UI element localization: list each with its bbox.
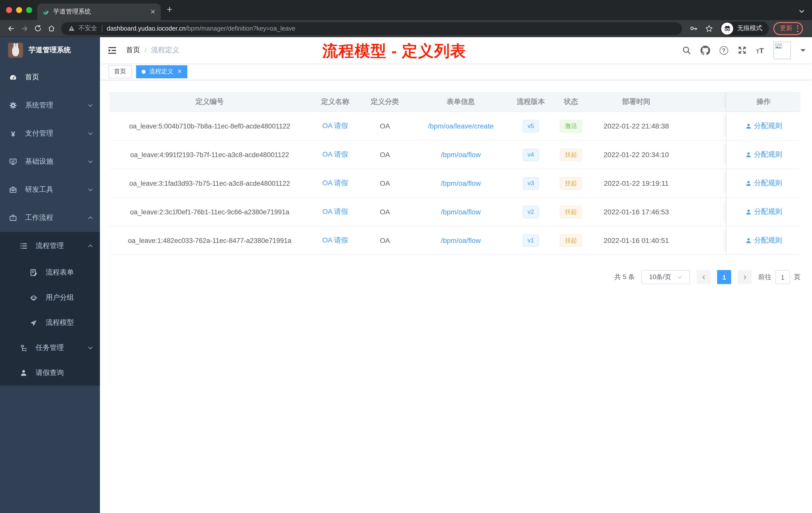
page-size-select[interactable]: 10条/页	[641, 270, 690, 284]
assign-rule-button[interactable]: 分配规则	[745, 121, 782, 130]
version-badge: v2	[522, 206, 539, 218]
total-count-label: 共 5 条	[614, 273, 635, 281]
sidebar-item-process-form[interactable]: 流程表单	[0, 260, 100, 285]
search-icon[interactable]	[682, 46, 691, 55]
tree-icon	[20, 344, 28, 352]
browser-tab[interactable]: 芋道管理系统 ✕	[37, 3, 161, 20]
breadcrumb-home[interactable]: 首页	[126, 46, 140, 55]
definition-name-link[interactable]: OA 请假	[322, 121, 348, 130]
workflow-submenu: 流程管理 流程表单 用户分组	[0, 232, 100, 386]
tag-close-icon[interactable]: ✕	[177, 68, 182, 75]
definition-name-link[interactable]: OA 请假	[322, 207, 348, 216]
sidebar-item-leave-query[interactable]: 请假查询	[0, 360, 100, 386]
minimize-window-button[interactable]	[16, 7, 22, 13]
table-header: 定义编号 定义名称 定义分类 表单信息 流程版本 状态 部署时间 操作	[110, 92, 801, 112]
top-navbar: 首页 / 流程定义 流程模型 - 定义列表 ? TT	[100, 37, 812, 63]
github-icon[interactable]	[700, 46, 710, 55]
sidebar-item-infrastructure[interactable]: 基础设施	[0, 148, 100, 176]
tab-close-icon[interactable]: ✕	[150, 8, 156, 15]
sidebar-item-home[interactable]: 首页	[0, 63, 100, 91]
assign-rule-button[interactable]: 分配规则	[745, 207, 782, 216]
next-page-button[interactable]	[738, 270, 752, 284]
new-tab-button[interactable]: +	[167, 4, 172, 15]
form-info-link[interactable]: /bpm/oa/flow	[441, 236, 481, 244]
sidebar-item-label: 流程模型	[46, 318, 93, 327]
tag-label: 首页	[114, 67, 126, 76]
list-icon	[20, 242, 28, 250]
user-icon	[745, 237, 752, 244]
user-icon	[745, 151, 752, 158]
sidebar-item-workflow[interactable]: 工作流程	[0, 204, 100, 232]
app-logo: 芋道管理系统	[0, 37, 100, 63]
browser-update-menu[interactable]: 更新	[773, 22, 803, 35]
page-number-current[interactable]: 1	[717, 270, 731, 284]
assign-rule-button[interactable]: 分配规则	[745, 179, 782, 188]
definition-name-link[interactable]: OA 请假	[322, 179, 348, 188]
not-secure-label[interactable]: 不安全	[78, 24, 97, 33]
sidebar-item-task-management[interactable]: 任务管理	[0, 335, 100, 360]
goto-page-input[interactable]	[775, 270, 790, 284]
col-header-version: 流程版本	[512, 92, 549, 112]
tab-search-chevron-icon[interactable]	[799, 7, 805, 17]
help-icon[interactable]: ?	[719, 46, 728, 55]
definition-category: OA	[360, 169, 409, 197]
table-row: oa_leave:2:3c1f0ef1-76b1-11ec-9c66-a2380…	[110, 197, 801, 226]
col-header-definition-id: 定义编号	[110, 92, 310, 112]
reload-button[interactable]	[31, 25, 45, 32]
sidebar-item-payment[interactable]: ¥ 支付管理	[0, 119, 100, 148]
pagination: 共 5 条 10条/页 1 前往 页	[110, 270, 801, 284]
assign-rule-button[interactable]: 分配规则	[745, 150, 782, 159]
form-info-link[interactable]: /bpm/oa/flow	[441, 151, 481, 159]
font-size-icon[interactable]: TT	[756, 46, 764, 55]
prev-page-button[interactable]	[696, 270, 710, 284]
sidebar-item-label: 任务管理	[36, 343, 79, 352]
user-icon	[745, 180, 752, 186]
chevron-down-icon	[677, 274, 682, 280]
definition-name-link[interactable]: OA 请假	[322, 150, 348, 159]
definition-name-link[interactable]: OA 请假	[322, 236, 348, 245]
active-dot-icon	[142, 69, 146, 73]
sidebar-item-system[interactable]: 系统管理	[0, 91, 100, 119]
col-header-actions: 操作	[726, 92, 801, 112]
forward-button[interactable]	[18, 24, 31, 32]
sidebar-item-dev-tools[interactable]: 研发工具	[0, 176, 100, 204]
form-info-link[interactable]: /bpm/oa/leave/create	[428, 122, 494, 130]
assign-rule-button[interactable]: 分配规则	[745, 236, 782, 245]
version-badge: v5	[522, 120, 539, 132]
sidebar-item-label: 基础设施	[25, 157, 79, 166]
form-info-link[interactable]: /bpm/oa/flow	[441, 179, 481, 187]
form-info-link[interactable]: /bpm/oa/flow	[441, 208, 481, 216]
password-key-icon[interactable]	[690, 24, 698, 33]
sidebar-item-process-management[interactable]: 流程管理	[0, 232, 100, 260]
sidebar-item-label: 工作流程	[25, 213, 79, 222]
app-title: 芋道管理系统	[29, 46, 71, 55]
deploy-time: 2022-01-22 20:34:10	[592, 141, 680, 169]
update-label[interactable]: 更新	[780, 24, 792, 33]
close-window-button[interactable]	[6, 7, 12, 13]
zoom-window-button[interactable]	[26, 7, 32, 13]
avatar-caret-icon[interactable]	[801, 49, 806, 54]
app-window: 芋道管理系统 首页 系统管理 ¥ 支付管理	[0, 37, 812, 513]
version-badge: v4	[522, 148, 539, 161]
tag-home[interactable]: 首页	[109, 65, 132, 78]
col-header-category: 定义分类	[360, 92, 409, 112]
avatar[interactable]	[773, 41, 791, 59]
yen-icon: ¥	[9, 130, 17, 137]
definition-id: oa_leave:4:991f2193-7b7f-11ec-a3c8-acde4…	[110, 141, 310, 169]
sidebar-item-user-group[interactable]: 用户分组	[0, 285, 100, 310]
sidebar-collapse-icon[interactable]	[100, 46, 121, 55]
tab-title: 芋道管理系统	[53, 7, 146, 16]
bookmark-star-icon[interactable]	[705, 24, 713, 32]
address-bar[interactable]: 不安全 dashboard.yudao.iocoder.cn /bpm/mana…	[61, 22, 682, 35]
paper-plane-icon	[30, 319, 38, 327]
definition-id: oa_leave:2:3c1f0ef1-76b1-11ec-9c66-a2380…	[110, 198, 310, 226]
fullscreen-icon[interactable]	[737, 46, 747, 55]
sidebar-item-process-model[interactable]: 流程模型	[0, 310, 100, 335]
tab-strip: 芋道管理系统 ✕ +	[0, 0, 812, 20]
home-button[interactable]	[45, 25, 58, 32]
back-button[interactable]	[4, 24, 18, 32]
kebab-menu-icon[interactable]	[797, 25, 799, 32]
annotation-title: 流程模型 - 定义列表	[322, 41, 466, 62]
sidebar-item-label: 流程表单	[46, 268, 93, 277]
tag-process-definition[interactable]: 流程定义 ✕	[136, 65, 187, 78]
